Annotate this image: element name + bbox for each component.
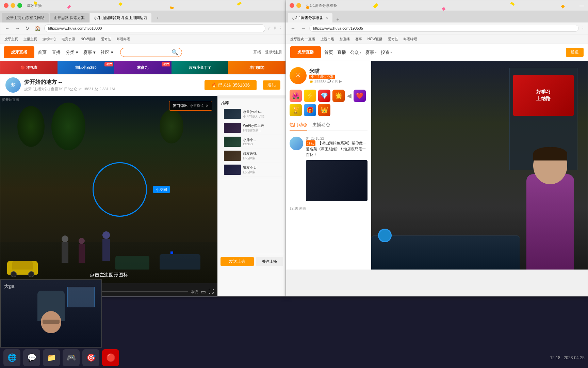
- url-input-right[interactable]: https://www.huya.com/193535: [309, 25, 579, 32]
- nav-community[interactable]: 社区 ▾: [101, 49, 113, 56]
- rnav-home[interactable]: 首页: [324, 49, 333, 56]
- car-hood: [371, 235, 520, 270]
- banner-2[interactable]: 林商九 HOT: [114, 61, 172, 75]
- menu-btn-right[interactable]: ⋮: [581, 26, 585, 31]
- activity-item-0: 04-25 18:22 活跃 【深山湖钓鱼系列】帮你做一道名菜《霸王别姬》！泡店…: [290, 134, 368, 204]
- send-chat-btn[interactable]: 发送上去: [220, 257, 254, 266]
- rgift-2[interactable]: 💎: [318, 90, 330, 102]
- stream-list-item-4[interactable]: 狼友不买 已石探索: [221, 163, 282, 177]
- banner-3[interactable]: 没有小鱼丁了: [172, 61, 229, 75]
- taskbar-browser[interactable]: 🌐: [3, 349, 20, 366]
- popup-close-btn[interactable]: ✕: [206, 104, 209, 108]
- activity-time-0: 04-25 18:22: [306, 137, 368, 140]
- new-rtab-btn[interactable]: +: [333, 16, 342, 22]
- tab-hot-dynamics[interactable]: 热门动态: [290, 122, 307, 131]
- rbookmark-3[interactable]: 赛事: [353, 36, 364, 42]
- nav-esports[interactable]: 赛事 ▾: [83, 49, 96, 56]
- rnav-live[interactable]: 直播: [337, 49, 346, 56]
- tab-3-active[interactable]: 小牛山围湖背鸡 斗鱼山用南边西: [90, 13, 151, 22]
- banner-row: 🔴 洋气直 前比小石250 HOT 林商九 HOT 没有小鱼丁了 丰门插闻: [0, 61, 285, 75]
- url-input-left[interactable]: https://www.huya.com/hyo18000: [44, 24, 265, 32]
- banner-4[interactable]: 丰门插闻: [228, 61, 285, 75]
- search-icon[interactable]: 🔍: [172, 49, 178, 56]
- bookmark-4[interactable]: NOW直播: [79, 36, 98, 42]
- stream-list-label-3: 战友送钱 好石探索: [243, 151, 257, 160]
- rgift-3[interactable]: 🌟: [332, 90, 345, 102]
- rgift-7[interactable]: 👑: [318, 104, 330, 116]
- login-btn[interactable]: 登录/注册: [265, 49, 282, 55]
- taskbar-wechat[interactable]: 💬: [23, 349, 40, 366]
- banner-0[interactable]: 🔴 洋气直: [0, 61, 58, 75]
- monitor-glow: [67, 287, 95, 307]
- tab-2[interactable]: 山开思路·探索方案: [50, 13, 89, 22]
- stream-list-item-2[interactable]: 小帅小... CS:GO: [221, 135, 282, 149]
- follow-button[interactable]: 🔥 已关注 3561836: [205, 80, 257, 90]
- bookmark-star[interactable]: ☆: [267, 26, 271, 31]
- right-huya-logo[interactable]: 虎牙直播: [290, 46, 321, 58]
- taskbar-huya[interactable]: 🎯: [82, 349, 99, 366]
- rgift-4[interactable]: ❤️: [354, 90, 366, 102]
- rbookmark-6[interactable]: 哔哩哔哩: [402, 36, 419, 42]
- rnav-community[interactable]: 公众 ▾: [350, 49, 361, 56]
- tab-streamer-dynamics[interactable]: 主播动态: [312, 122, 330, 131]
- rgift-0[interactable]: 🌺: [290, 90, 302, 102]
- theater-btn[interactable]: ▭: [201, 289, 206, 295]
- rgift-6[interactable]: 🎁: [304, 104, 316, 116]
- new-tab-btn[interactable]: +: [152, 13, 163, 22]
- bookmark-1[interactable]: 主播主页: [21, 36, 39, 42]
- minimize-button-right[interactable]: [296, 3, 301, 8]
- bookmark-6[interactable]: 哔哩哔哩: [115, 36, 132, 42]
- bookmark-5[interactable]: 爱奇艺: [99, 36, 113, 42]
- maximize-button-left[interactable]: [17, 3, 22, 8]
- taskbar-app[interactable]: 🔴: [102, 349, 119, 366]
- rbookmark-4[interactable]: NOW直播: [365, 36, 385, 42]
- donate-button[interactable]: 送礼: [263, 80, 280, 90]
- taskbar-game[interactable]: 🎮: [63, 349, 80, 366]
- taskbar-folder[interactable]: 📁: [43, 349, 60, 366]
- bookmark-2[interactable]: 游戏中心: [40, 36, 58, 42]
- rtab-1[interactable]: 小1·1调查分享准备 ✕: [288, 13, 332, 22]
- forward-btn-right[interactable]: →: [299, 25, 307, 32]
- rbookmark-1[interactable]: 上游市场: [318, 36, 336, 42]
- nav-category[interactable]: 分类 ▾: [66, 49, 78, 56]
- forward-btn-left[interactable]: →: [13, 25, 21, 32]
- video-popup[interactable]: 窗口弹出 小窗模式 ✕: [169, 101, 212, 111]
- rbookmark-5[interactable]: 爱奇艺: [386, 36, 400, 42]
- rbookmark-2[interactable]: 总直播: [338, 36, 352, 42]
- fullscreen-btn[interactable]: ⛶: [209, 289, 214, 295]
- nav-live[interactable]: 直播: [52, 49, 61, 56]
- window-title-left: 虎牙直播: [27, 3, 42, 8]
- minimize-button-left[interactable]: [11, 3, 15, 8]
- stream-list-item-0[interactable]: 总量(分析)... 小号对战人了笑: [221, 107, 282, 121]
- home-btn-left[interactable]: 🏠: [33, 25, 42, 32]
- banner-1[interactable]: 前比小石250 HOT: [58, 61, 115, 75]
- follow-stream-btn[interactable]: 关注上播: [256, 257, 283, 266]
- stream-list-item-3[interactable]: 战友送钱 好石探索: [221, 149, 282, 163]
- minimize-win-right[interactable]: —: [579, 3, 584, 8]
- stream-list-item-1[interactable]: WePhy接上去 好的游戏最...: [221, 121, 282, 135]
- close-rtab[interactable]: ✕: [325, 16, 328, 20]
- right-login-btn[interactable]: 通道: [566, 48, 584, 57]
- search-input[interactable]: [124, 50, 172, 55]
- close-button-left[interactable]: [4, 3, 9, 8]
- rnav-invest[interactable]: 投资 ▾: [381, 49, 392, 56]
- rgift-prev[interactable]: ◀: [347, 90, 352, 102]
- huya-header: 虎牙直播 首页 直播 分类 ▾ 赛事 ▾ 社区 ▾ 🔍 开播 登录/注册: [0, 44, 285, 61]
- menu-btn-left[interactable]: ⋮: [279, 26, 283, 31]
- back-btn-left[interactable]: ←: [3, 25, 11, 32]
- huya-logo[interactable]: 虎牙直播: [4, 46, 34, 58]
- hot-badge: HOT: [104, 62, 113, 66]
- bookmark-0[interactable]: 虎牙主页: [2, 36, 20, 42]
- rgift-5[interactable]: 🏆: [290, 104, 302, 116]
- refresh-btn-left[interactable]: ↻: [23, 25, 31, 32]
- nav-home[interactable]: 首页: [38, 49, 47, 56]
- bookmark-3[interactable]: 电竞资讯: [60, 36, 77, 42]
- rnav-esports[interactable]: 赛事 ▾: [365, 49, 377, 56]
- open-stream-btn[interactable]: 开播: [253, 49, 261, 55]
- close-button-right[interactable]: [290, 3, 294, 8]
- download-btn[interactable]: ⬇: [273, 26, 277, 31]
- tab-1[interactable]: 虎牙主页 山东相关网站: [2, 13, 49, 22]
- rgift-1[interactable]: ⚡: [304, 90, 316, 102]
- back-btn-right[interactable]: ←: [289, 25, 297, 32]
- rbookmark-0[interactable]: 虎牙游戏 一直播: [288, 36, 317, 42]
